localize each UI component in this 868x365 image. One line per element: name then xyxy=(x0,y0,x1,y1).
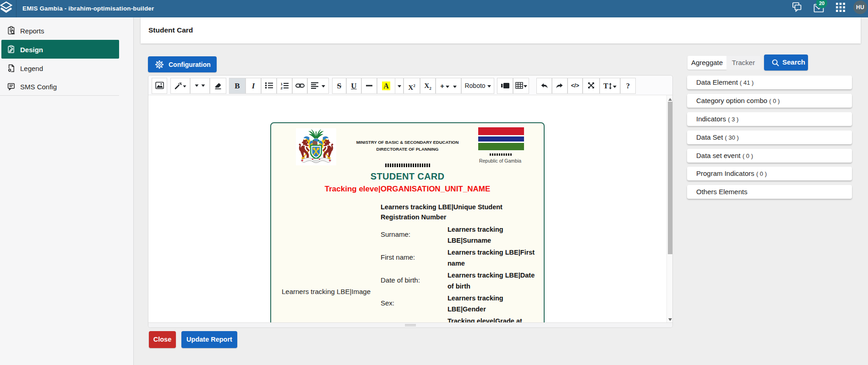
svg-text:2: 2 xyxy=(280,86,283,89)
svg-text:1: 1 xyxy=(280,82,283,86)
